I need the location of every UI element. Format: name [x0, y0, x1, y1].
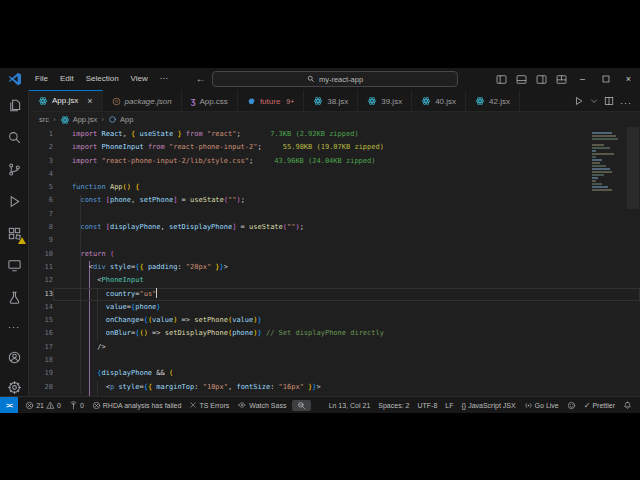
activity-search-icon[interactable] [6, 130, 22, 145]
status-feedback[interactable] [563, 401, 580, 410]
maximize-button[interactable] [594, 68, 617, 90]
code-line-7[interactable]: 7 [29, 208, 640, 221]
tab-42-jsx[interactable]: 42.jsx [466, 90, 520, 111]
code-line-3[interactable]: 3import "react-phone-input-2/lib/style.c… [29, 155, 640, 168]
toggle-secondary-sidebar-icon[interactable] [531, 68, 551, 90]
breadcrumb-item-app-jsx[interactable]: App.jsx [60, 115, 98, 125]
title-bar: FileEditSelectionView⋯ ← → my-react-app … [0, 68, 640, 91]
line-code: function App() { [53, 181, 640, 194]
code-line-5[interactable]: 5function App() { [29, 181, 640, 194]
line-number: 6 [29, 194, 53, 207]
status-rhda[interactable]: RHDA analysis has failed [88, 401, 186, 410]
menu-[interactable]: ⋯ [154, 68, 174, 90]
tab-app-jsx[interactable]: App.jsx× [29, 90, 103, 111]
symbol-icon [108, 115, 117, 124]
menu-file[interactable]: File [29, 68, 54, 90]
code-line-10[interactable]: 10 return ( [29, 248, 640, 261]
code-line-1[interactable]: 1import React, { useState } from "react"… [29, 128, 640, 141]
split-editor-button[interactable] [604, 96, 614, 106]
status-eol[interactable]: LF [441, 402, 457, 409]
activity-testing-icon[interactable] [6, 290, 22, 305]
status-encoding[interactable]: UTF-8 [413, 402, 441, 409]
tab-package-json[interactable]: npackage.json [103, 90, 182, 111]
status-indentation[interactable]: Spaces: 2 [374, 402, 413, 409]
code-line-2[interactable]: 2import PhoneInput from "react-phone-inp… [29, 141, 640, 154]
blue-file-icon [247, 97, 256, 106]
command-center-search[interactable]: my-react-app [212, 71, 458, 87]
customize-layout-icon[interactable] [551, 68, 571, 90]
line-code: import "react-phone-input-2/lib/style.cs… [53, 155, 640, 168]
status-notifications[interactable] [619, 401, 636, 410]
status-ports[interactable]: 0 [65, 401, 88, 410]
tab-38-jsx[interactable]: 38.jsx [304, 90, 358, 111]
status-zoom-indicator[interactable] [292, 400, 311, 411]
line-code [53, 234, 640, 247]
status-language-mode[interactable]: {}JavaScript JSX [457, 402, 519, 409]
activity-explorer-icon[interactable] [6, 98, 22, 113]
search-text: my-react-app [319, 75, 363, 84]
status-watch-sass[interactable]: Watch Sass [233, 401, 290, 409]
remote-indicator[interactable]: >< [0, 397, 18, 413]
tab-problems-badge: 9+ [286, 98, 294, 105]
activity-source-control-icon[interactable] [6, 162, 22, 177]
activity-more-icon[interactable]: ··· [6, 322, 22, 332]
status-ts-errors[interactable]: TS Errors [185, 401, 233, 409]
code-line-15[interactable]: 15 onChange={(value) => setPhone(value)} [29, 314, 640, 327]
code-line-20[interactable]: 20 <p style={{ marginTop: "10px", fontSi… [29, 381, 640, 394]
code-line-17[interactable]: 17 /> [29, 341, 640, 354]
code-line-11[interactable]: 11 <div style={{ padding: "20px" }}> [29, 261, 640, 274]
breadcrumb-item-src[interactable]: src [39, 115, 49, 124]
close-button[interactable]: × [617, 68, 640, 90]
activity-account-icon[interactable] [6, 349, 22, 365]
breadcrumb-separator: › [53, 115, 56, 124]
code-line-8[interactable]: 8 const [displayPhone, setDisplayPhone] … [29, 221, 640, 234]
minimize-button[interactable]: – [571, 68, 594, 90]
tab-future[interactable]: future9+ [238, 90, 304, 111]
code-editor[interactable]: 1import React, { useState } from "react"… [29, 127, 640, 397]
magnifier-icon [297, 401, 306, 410]
code-line-14[interactable]: 14 value={phone} [29, 301, 640, 314]
menu-view[interactable]: View [125, 68, 154, 90]
code-line-12[interactable]: 12 <PhoneInput [29, 274, 640, 287]
status-problems[interactable]: 210 [21, 401, 65, 410]
minimap[interactable] [592, 132, 622, 192]
npm-icon: n [112, 97, 121, 106]
status-go-live[interactable]: Go Live [520, 401, 563, 410]
nav-back-button[interactable]: ← [196, 68, 206, 90]
activity-settings-icon[interactable] [6, 379, 22, 395]
activity-run-debug-icon[interactable] [6, 194, 22, 209]
line-number: 4 [29, 168, 53, 181]
code-line-4[interactable]: 4 [29, 168, 640, 181]
code-line-9[interactable]: 9 [29, 234, 640, 247]
code-line-13[interactable]: 13 country="us" [29, 288, 640, 301]
tab-close-icon[interactable]: × [87, 96, 92, 106]
toggle-sidebar-icon[interactable] [491, 68, 511, 90]
code-line-19[interactable]: 19 {displayPhone && ( [29, 367, 640, 380]
menu-selection[interactable]: Selection [80, 68, 125, 90]
line-number: 19 [29, 367, 53, 380]
tab-40-jsx[interactable]: 40.jsx [412, 90, 466, 111]
activity-remote-explorer-icon[interactable] [6, 258, 22, 273]
activity-extensions-icon[interactable] [6, 226, 22, 241]
scrollbar[interactable] [627, 127, 639, 209]
menu-edit[interactable]: Edit [54, 68, 80, 90]
breadcrumb-label: src [39, 115, 49, 124]
tab-bar: App.jsx×npackage.jsonʒApp.cssfuture9+38.… [29, 90, 640, 112]
code-line-18[interactable]: 18 [29, 354, 640, 367]
status-cursor-position[interactable]: Ln 13, Col 21 [325, 402, 375, 409]
status-text: 21 [36, 402, 44, 409]
run-dropdown-button[interactable] [590, 97, 598, 105]
close-x-icon [189, 401, 197, 409]
code-line-16[interactable]: 16 onBlur={() => setDisplayPhone(phone)}… [29, 327, 640, 340]
status-prettier[interactable]: ✓Prettier [580, 401, 619, 410]
toggle-panel-icon[interactable] [511, 68, 531, 90]
tab-app-css[interactable]: ʒApp.css [182, 90, 238, 111]
run-button[interactable] [574, 96, 584, 106]
line-number: 7 [29, 208, 53, 221]
more-actions-button[interactable]: ··· [620, 92, 632, 110]
code-line-6[interactable]: 6 const [phone, setPhone] = useState("")… [29, 194, 640, 207]
breadcrumb-item-app[interactable]: App [108, 115, 133, 124]
text-cursor [156, 288, 157, 298]
line-code [53, 208, 640, 221]
tab-39-jsx[interactable]: 39.jsx [358, 90, 412, 111]
